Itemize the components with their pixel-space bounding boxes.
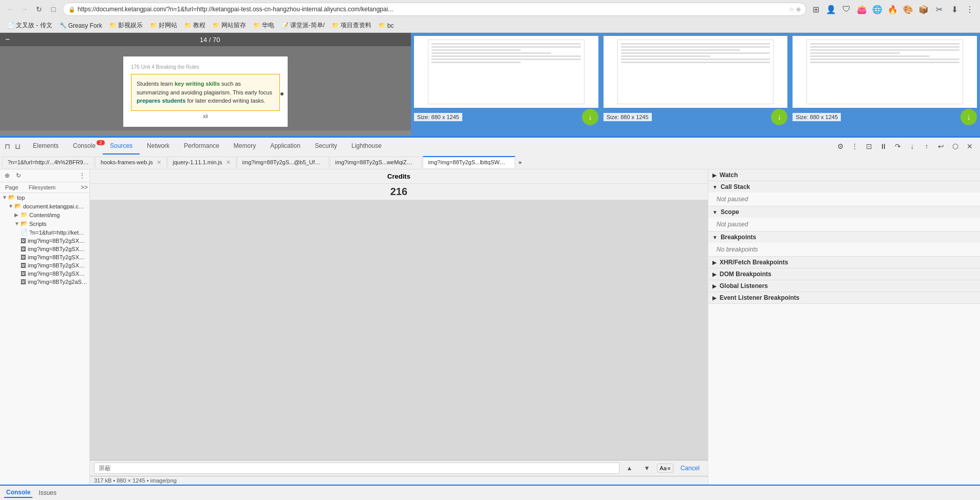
download-button-3[interactable]: ↓ — [960, 109, 977, 125]
aa-toggle[interactable]: Aa ≡ — [657, 464, 673, 473]
more-tabs-button[interactable]: » — [516, 157, 525, 167]
bookmark-yingshi[interactable]: 📁 影视娱乐 — [106, 20, 146, 31]
shield-icon[interactable]: 🛡 — [840, 3, 853, 15]
devtools-tab-sources[interactable]: Sources — [103, 138, 140, 155]
devtools-tab-lighthouse[interactable]: Lighthouse — [344, 138, 389, 155]
new-file-icon[interactable]: ⊕ — [2, 170, 12, 181]
zoom-out-button[interactable]: − — [5, 35, 10, 44]
more-options-icon[interactable]: ⋮ — [849, 140, 861, 152]
close-tab-icon-2[interactable]: ✕ — [157, 159, 161, 165]
source-tab-2[interactable]: hooks-frames-web.js ✕ — [95, 157, 167, 168]
bookmark-label-3: 影视娱乐 — [118, 21, 143, 30]
devtools-tab-performance[interactable]: Performance — [177, 138, 227, 155]
earth-icon[interactable]: 🌐 — [871, 3, 883, 15]
tree-item-content-img[interactable]: ▶ 📁 Content/img — [0, 210, 89, 219]
forward-button[interactable]: → — [18, 3, 31, 15]
tree-item-file-4[interactable]: 🖼 img?img=8BTy2gSXw1Ib4E: — [0, 253, 89, 261]
bookmark-xiangmu[interactable]: 📁 项目查资料 — [329, 20, 374, 31]
bookmark-bc[interactable]: 📁 bc — [375, 21, 397, 30]
more-tree-icon[interactable]: ⋮ — [77, 170, 87, 181]
pause-icon[interactable]: ⏸ — [877, 140, 890, 152]
tree-label-file-3: img?img=8BTy2gSXw1Ib4E: — [28, 246, 87, 252]
search-input[interactable] — [94, 463, 619, 474]
file-tree-tab-filesystem[interactable]: Filesystem — [24, 182, 61, 193]
devtools-tab-elements[interactable]: Elements — [26, 138, 66, 155]
bookmark-wangzhanliu[interactable]: 📁 网站留存 — [210, 20, 249, 31]
global-header[interactable]: ▶ Global Listeners — [708, 280, 980, 292]
devtools-tab-network[interactable]: Network — [140, 138, 177, 155]
event-header[interactable]: ▶ Event Listener Breakpoints — [708, 292, 980, 303]
source-tab-4[interactable]: img?img=88Ty2gS...@b5_UfEjo=&tp= ✕ — [237, 157, 329, 168]
nav-up-icon[interactable]: ▲ — [623, 463, 637, 473]
extensions-button[interactable]: ⊞ — [809, 3, 822, 15]
devtools-tab-application[interactable]: Application — [263, 138, 308, 155]
cancel-button[interactable]: Cancel — [676, 463, 704, 473]
bookmark-greasy-fork[interactable]: 🔧 Greasy Fork — [56, 21, 105, 30]
cut-icon[interactable]: ✂ — [933, 3, 945, 15]
file-tree-tab-page[interactable]: Page — [0, 182, 24, 193]
devtools-tab-console[interactable]: Console 2 — [66, 138, 103, 155]
breakpoints-header[interactable]: ▼ Breakpoints — [708, 232, 980, 243]
devtools-tab-security[interactable]: Security — [308, 138, 344, 155]
color-picker-icon[interactable]: 🎨 — [902, 3, 914, 15]
wallet-icon[interactable]: 👛 — [856, 3, 868, 15]
tree-item-top[interactable]: ▼ 📂 top — [0, 193, 89, 202]
devtools-tab-memory[interactable]: Memory — [227, 138, 263, 155]
flame-icon[interactable]: 🔥 — [887, 3, 899, 15]
back-button[interactable]: ← — [4, 3, 16, 15]
watch-header[interactable]: ▶ Watch — [708, 169, 980, 181]
tree-item-scripts[interactable]: ▼ 📂 Scripts — [0, 219, 89, 228]
deactivate-breakpoints-icon[interactable]: ⬡ — [949, 140, 962, 152]
address-bar[interactable]: 🔒 https://document.ketangpai.com/?n=1&fu… — [63, 3, 806, 16]
source-tab-3[interactable]: jquery-1.11.1.min.js ✕ — [167, 157, 236, 168]
step-into-icon[interactable]: ↓ — [906, 140, 918, 152]
size-label-2: Size: 880 x 1245 — [604, 113, 652, 121]
xhr-header[interactable]: ▶ XHR/Fetch Breakpoints — [708, 257, 980, 268]
source-tab-6[interactable]: img?img=88Ty2gS...lbttqSWU0=&tp= ✕ — [423, 156, 515, 168]
scope-header[interactable]: ▼ Scope — [708, 206, 980, 218]
tree-item-file-3[interactable]: 🖼 img?img=8BTy2gSXw1Ib4E: — [0, 245, 89, 253]
refresh-icon[interactable]: ↻ — [13, 170, 24, 181]
dom-header[interactable]: ▶ DOM Breakpoints — [708, 268, 980, 280]
aa-adjust-icon[interactable]: ≡ — [668, 466, 671, 471]
tree-item-file-2[interactable]: 🖼 img?img=8BTy2gSXw1Ib4E: — [0, 237, 89, 245]
tree-item-document[interactable]: ▼ 📂 document.ketangpai.com — [0, 202, 89, 210]
dock-icon[interactable]: ⊡ — [863, 140, 875, 152]
console-tab-active[interactable]: Console — [4, 488, 32, 498]
apps-icon[interactable]: 📦 — [917, 3, 930, 15]
credits-page-number: 216 — [90, 184, 708, 200]
download-button-2[interactable]: ↓ — [771, 109, 787, 125]
devtools: ⊓ ⊔ Elements Console 2 Sources Network P… — [0, 136, 980, 500]
step-out-icon[interactable]: ↑ — [920, 140, 933, 152]
bookmark-wenjiaoguchuanwen[interactable]: 📄 文叉故 - 传文 — [4, 20, 55, 31]
thumbnail-2 — [604, 36, 788, 108]
bookmark-haowangzhan[interactable]: 📁 好网站 — [147, 20, 180, 31]
tree-item-file-5[interactable]: 🖼 img?img=8BTy2gSXw1Ib4E: — [0, 261, 89, 270]
bookmark-huadian[interactable]: 📁 华电 — [250, 20, 277, 31]
devtools-expand[interactable]: ⊔ — [12, 142, 23, 150]
home-button[interactable]: □ — [47, 3, 60, 15]
nav-down-icon[interactable]: ▼ — [639, 463, 654, 473]
step-over-icon[interactable]: ↩ — [935, 140, 947, 152]
source-tab-1[interactable]: ?n=1&furl=http://...4h%2BFR9k1A%3D — [2, 157, 95, 167]
download-icon[interactable]: ⬇ — [948, 3, 960, 15]
bookmark-ketangpai[interactable]: 📝 课堂派-简单/ — [278, 20, 328, 31]
reload-button[interactable]: ↻ — [33, 3, 45, 15]
step-icon[interactable]: ↷ — [892, 140, 904, 152]
tree-item-file-7[interactable]: 🖼 img?img=8BTy2g2aSXw1Ib4E: — [0, 278, 89, 286]
close-tab-icon-3[interactable]: ✕ — [226, 159, 231, 165]
xhr-toggle-icon: ▶ — [712, 260, 717, 265]
source-tab-5[interactable]: img?img=88Ty2gS...weMqiZG5o=&tp= ✕ — [330, 157, 422, 168]
tree-item-file-1[interactable]: 📄 ?n=1&furl=http://ketangpa — [0, 228, 89, 237]
tree-item-file-6[interactable]: 🖼 img?img=8BTy2gSXw1Ib4E: — [0, 270, 89, 278]
file-tree-more[interactable]: >> — [79, 182, 89, 193]
devtools-toggle[interactable]: ⊓ — [2, 142, 12, 150]
call-stack-header[interactable]: ▼ Call Stack — [708, 181, 980, 193]
issues-tab[interactable]: Issues — [36, 488, 59, 497]
close-devtools-icon[interactable]: ✕ — [964, 140, 976, 152]
bookmark-jiaocheng[interactable]: 📁 教程 — [181, 20, 209, 31]
download-button-1[interactable]: ↓ — [582, 109, 598, 125]
menu-button[interactable]: ⋮ — [964, 3, 976, 15]
settings-icon[interactable]: ⚙ — [834, 140, 846, 152]
profile-button[interactable]: 👤 — [825, 3, 837, 15]
